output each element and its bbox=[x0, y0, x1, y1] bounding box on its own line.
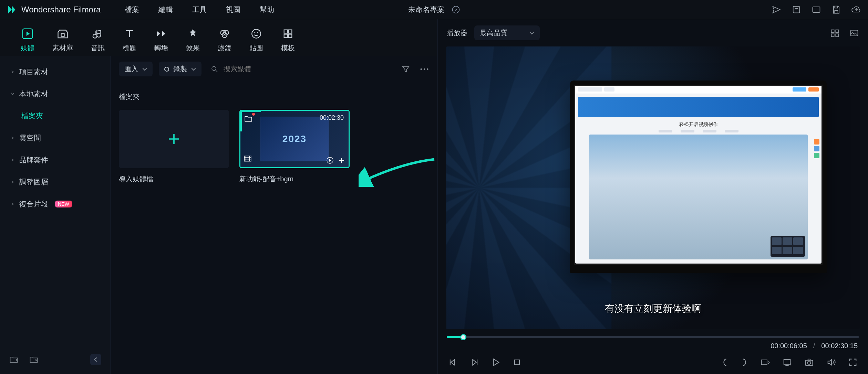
sidebar-item-compound[interactable]: 復合片段 NEW bbox=[6, 193, 105, 215]
svg-rect-29 bbox=[784, 360, 790, 364]
player-controls bbox=[438, 353, 868, 374]
image-view-icon[interactable] bbox=[849, 28, 859, 38]
filmora-logo-icon bbox=[7, 5, 17, 14]
browser-toolbar: 匯入 錄製 bbox=[119, 62, 429, 76]
menu-help[interactable]: 幫助 bbox=[260, 5, 274, 14]
volume-button[interactable] bbox=[826, 357, 836, 367]
menu-edit[interactable]: 編輯 bbox=[158, 5, 173, 14]
tab-stock[interactable]: 素材庫 bbox=[52, 27, 73, 53]
progress-thumb[interactable] bbox=[460, 334, 466, 340]
chevron-down-icon bbox=[529, 31, 534, 35]
sidebar-item-project[interactable]: 項目素材 bbox=[6, 61, 105, 83]
fullscreen-button[interactable] bbox=[848, 357, 858, 367]
filters-icon bbox=[218, 27, 231, 41]
search-icon[interactable] bbox=[210, 65, 219, 73]
new-badge: NEW bbox=[55, 201, 72, 207]
preview-icon[interactable] bbox=[326, 156, 334, 164]
total-time: 00:02:30:15 bbox=[821, 342, 858, 350]
svg-rect-28 bbox=[762, 360, 767, 365]
tab-transitions[interactable]: 轉場 bbox=[154, 27, 168, 53]
cloud-upload-icon[interactable] bbox=[851, 5, 861, 14]
tab-templates[interactable]: 模板 bbox=[281, 27, 295, 53]
templates-icon bbox=[281, 27, 295, 41]
svg-rect-2 bbox=[813, 7, 820, 12]
media-icon bbox=[21, 27, 34, 41]
stock-icon bbox=[56, 27, 70, 41]
quality-settings-button[interactable] bbox=[782, 357, 792, 367]
transitions-icon bbox=[154, 27, 168, 41]
more-icon[interactable] bbox=[420, 67, 429, 71]
chevron-down-icon bbox=[191, 67, 196, 72]
chevron-right-icon bbox=[11, 202, 14, 206]
sidebar-item-cloud[interactable]: 雲空間 bbox=[6, 127, 105, 149]
svg-point-18 bbox=[424, 68, 425, 70]
svg-rect-20 bbox=[244, 156, 251, 161]
chevron-down-icon bbox=[11, 92, 15, 96]
layout-icon[interactable] bbox=[812, 5, 821, 14]
menu-view[interactable]: 視圖 bbox=[226, 5, 240, 14]
mark-in-button[interactable] bbox=[721, 357, 729, 367]
project-title[interactable]: 未命名專案 bbox=[408, 5, 444, 14]
chevron-right-icon bbox=[11, 70, 14, 74]
new-folder-icon[interactable] bbox=[9, 355, 19, 364]
chevron-left-icon bbox=[93, 357, 98, 362]
cloud-sync-icon[interactable] bbox=[452, 6, 460, 14]
prev-frame-button[interactable] bbox=[448, 357, 458, 367]
app-logo: Wondershare Filmora bbox=[7, 5, 101, 14]
import-media-tile[interactable] bbox=[119, 110, 229, 168]
svg-point-17 bbox=[420, 68, 422, 70]
sidebar-item-brand[interactable]: 品牌套件 bbox=[6, 149, 105, 171]
search-wrap bbox=[210, 65, 395, 73]
import-dropdown[interactable]: 匯入 bbox=[119, 62, 153, 76]
sidebar-item-local[interactable]: 本地素材 bbox=[6, 83, 105, 105]
svg-marker-4 bbox=[27, 32, 30, 36]
player-header: 播放器 最高品質 bbox=[438, 19, 868, 46]
tab-stickers[interactable]: 貼圖 bbox=[249, 27, 263, 53]
svg-rect-23 bbox=[836, 30, 838, 32]
stop-button[interactable] bbox=[512, 357, 522, 367]
record-dropdown[interactable]: 錄製 bbox=[159, 62, 202, 76]
svg-point-16 bbox=[212, 66, 216, 71]
progress-bar[interactable] bbox=[438, 329, 868, 339]
mark-out-button[interactable] bbox=[741, 357, 748, 367]
grid-view-icon[interactable] bbox=[830, 28, 840, 38]
quality-dropdown[interactable]: 最高品質 bbox=[474, 25, 540, 40]
video-preview[interactable]: 轻松开启视频创作 有没有立刻更新体验啊 bbox=[446, 46, 860, 329]
next-frame-button[interactable] bbox=[469, 357, 479, 367]
add-to-timeline-icon[interactable] bbox=[338, 156, 346, 164]
aspect-ratio-button[interactable] bbox=[760, 357, 770, 367]
clip-type-icon bbox=[243, 154, 252, 164]
audio-icon bbox=[91, 27, 105, 41]
tab-audio[interactable]: 音訊 bbox=[91, 27, 105, 53]
play-button[interactable] bbox=[491, 357, 500, 367]
svg-rect-26 bbox=[851, 30, 858, 35]
svg-rect-5 bbox=[61, 34, 64, 36]
time-display: 00:00:06:05 / 00:02:30:15 bbox=[438, 339, 868, 353]
send-icon[interactable] bbox=[772, 5, 781, 14]
app-name: Wondershare Filmora bbox=[21, 5, 101, 14]
search-input[interactable] bbox=[224, 65, 327, 73]
title-right-actions bbox=[772, 5, 861, 14]
media-grid: 導入媒體檔 2023 00:02:30 bbox=[119, 110, 429, 184]
delete-folder-icon[interactable] bbox=[29, 355, 39, 364]
snapshot-button[interactable] bbox=[804, 357, 814, 367]
tab-media[interactable]: 媒體 bbox=[21, 27, 34, 53]
sidebar-sub-folder[interactable]: 檔案夾 bbox=[6, 105, 105, 127]
tab-effects[interactable]: 效果 bbox=[186, 27, 200, 53]
menu-tools[interactable]: 工具 bbox=[192, 5, 207, 14]
notification-dot bbox=[252, 113, 255, 116]
svg-point-19 bbox=[427, 68, 428, 70]
sidebar-item-layers[interactable]: 調整圖層 bbox=[6, 171, 105, 193]
tab-filters[interactable]: 濾鏡 bbox=[218, 27, 231, 53]
save-icon[interactable] bbox=[831, 5, 841, 14]
collapse-sidebar-button[interactable] bbox=[90, 354, 101, 365]
svg-rect-25 bbox=[836, 34, 838, 36]
clip-folder-icon[interactable] bbox=[243, 114, 254, 124]
menu-file[interactable]: 檔案 bbox=[125, 5, 139, 14]
media-clip[interactable]: 2023 00:02:30 bbox=[239, 110, 350, 168]
video-subtitle: 有没有立刻更新体验啊 bbox=[605, 302, 701, 315]
note-icon[interactable] bbox=[792, 5, 801, 14]
preview-laptop: 轻松开启视频创作 bbox=[570, 81, 827, 273]
filter-icon[interactable] bbox=[401, 64, 411, 74]
tab-titles[interactable]: 標題 bbox=[123, 27, 136, 53]
